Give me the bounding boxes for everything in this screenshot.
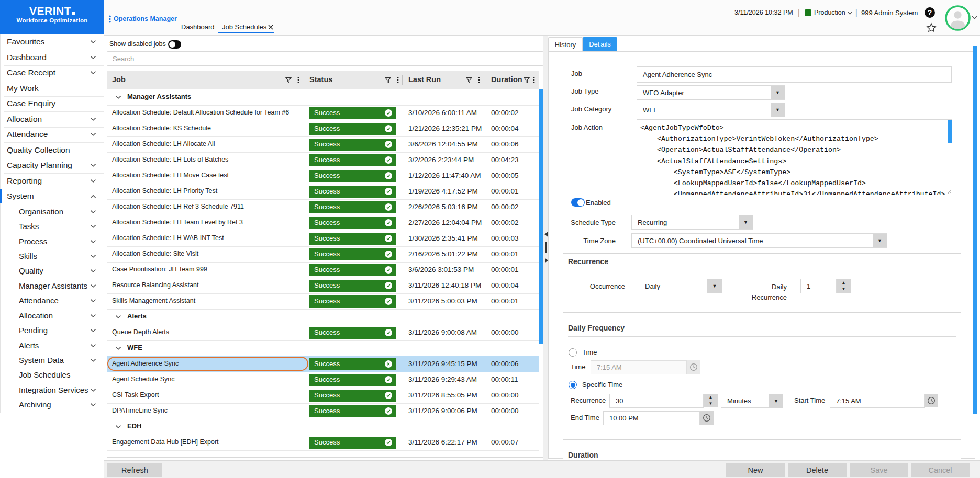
svg-text:?: ? (928, 8, 932, 17)
